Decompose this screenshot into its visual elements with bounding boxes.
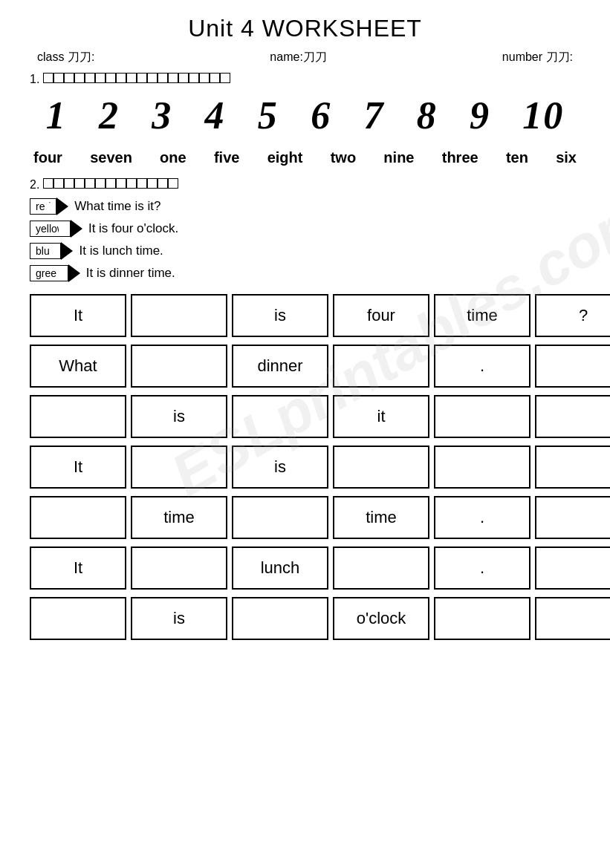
- word-five: five: [214, 149, 239, 166]
- word-card-r5c3: [333, 546, 429, 590]
- word-card-r3c0: It: [30, 446, 126, 489]
- color-item-red: redWhat time is it?: [30, 198, 580, 215]
- word-card-r4c1: time: [131, 496, 227, 539]
- number-7: 7: [363, 94, 384, 137]
- word-card-r6c1: is: [131, 597, 227, 640]
- section2-label: 2.: [30, 178, 580, 192]
- number-9: 9: [470, 94, 490, 137]
- word-three: three: [442, 149, 478, 166]
- page-title: Unit 4 WORKSHEET: [30, 15, 580, 42]
- word-card-r6c2: [232, 597, 328, 640]
- section1-square: [85, 73, 95, 83]
- word-card-r4c3: time: [333, 496, 429, 539]
- word-card-r3c2: is: [232, 446, 328, 489]
- section2-square: [64, 178, 74, 189]
- word-card-r1c2: dinner: [232, 345, 328, 388]
- section1-square: [189, 73, 199, 83]
- section2-square: [53, 178, 64, 189]
- word-six: six: [556, 149, 577, 166]
- section1-square: [220, 73, 230, 83]
- word-card-r0c0: It: [30, 294, 126, 337]
- section2-square: [85, 178, 95, 189]
- word-one: one: [160, 149, 186, 166]
- number-5: 5: [258, 94, 279, 137]
- word-card-r2c5: [535, 395, 610, 438]
- section2-square: [137, 178, 147, 189]
- word-eight: eight: [267, 149, 303, 166]
- section1-square: [74, 73, 85, 83]
- number-8: 8: [417, 94, 438, 137]
- section2-square: [74, 178, 85, 189]
- word-ten: ten: [506, 149, 528, 166]
- color-text-yellow: It is four o'clock.: [88, 221, 178, 236]
- word-card-r6c5: [535, 597, 610, 640]
- word-card-r1c3: [333, 345, 429, 388]
- section1-square: [106, 73, 116, 83]
- number-label: number 刀刀:: [502, 50, 573, 65]
- word-card-r4c5: [535, 496, 610, 539]
- words-row: foursevenonefiveeighttwoninethreetensix: [30, 149, 580, 166]
- color-item-green: greenIt is dinner time.: [30, 264, 580, 282]
- word-nine: nine: [383, 149, 414, 166]
- word-card-r4c4: .: [434, 496, 530, 539]
- section1-square: [147, 73, 158, 83]
- word-card-r0c1: [131, 294, 227, 337]
- section1-square: [210, 73, 220, 83]
- word-card-r6c0: [30, 597, 126, 640]
- word-card-r3c5: [535, 446, 610, 489]
- section1-square: [178, 73, 189, 83]
- number-3: 3: [152, 94, 172, 137]
- section1-square: [64, 73, 74, 83]
- section2-square: [43, 178, 53, 189]
- page-wrapper: ESLprintables.com Unit 4 WORKSHEET class…: [30, 15, 580, 640]
- color-text-red: What time is it?: [74, 199, 160, 214]
- color-item-yellow: yellowIt is four o'clock.: [30, 220, 580, 238]
- word-four: four: [33, 149, 62, 166]
- section1-square: [95, 73, 106, 83]
- section1-label: 1.: [30, 73, 580, 86]
- word-card-r3c3: [333, 446, 429, 489]
- word-card-r6c3: o'clock: [333, 597, 429, 640]
- word-card-r2c0: [30, 395, 126, 438]
- word-card-r3c4: [434, 446, 530, 489]
- section2-square: [158, 178, 168, 189]
- section1-square: [116, 73, 126, 83]
- section1-square: [137, 73, 147, 83]
- word-card-r1c0: What: [30, 345, 126, 388]
- word-card-r1c1: [131, 345, 227, 388]
- word-card-r3c1: [131, 446, 227, 489]
- section1-square: [53, 73, 64, 83]
- color-text-blue: It is lunch time.: [79, 244, 163, 258]
- number-1: 1: [46, 94, 67, 137]
- color-text-green: It is dinner time.: [86, 266, 175, 281]
- word-card-r4c0: [30, 496, 126, 539]
- number-10: 10: [522, 94, 564, 137]
- section2-square: [126, 178, 137, 189]
- number-4: 4: [205, 94, 226, 137]
- word-card-r5c0: It: [30, 546, 126, 590]
- word-card-r2c2: [232, 395, 328, 438]
- section2-square: [168, 178, 178, 189]
- class-label: class 刀刀:: [37, 50, 94, 65]
- section2-squares: [43, 178, 178, 191]
- word-card-r6c4: [434, 597, 530, 640]
- word-card-r0c5: ?: [535, 294, 610, 337]
- color-items: redWhat time is it?yellowIt is four o'cl…: [30, 198, 580, 282]
- section2-square: [116, 178, 126, 189]
- word-card-r0c4: time: [434, 294, 530, 337]
- section1-square: [168, 73, 178, 83]
- section2-square: [147, 178, 158, 189]
- section2-square: [95, 178, 106, 189]
- word-card-r5c2: lunch: [232, 546, 328, 590]
- header-row: class 刀刀: name:刀刀 number 刀刀:: [30, 50, 580, 65]
- word-card-r5c4: .: [434, 546, 530, 590]
- name-label: name:刀刀: [270, 50, 326, 65]
- section1-squares: [43, 73, 230, 85]
- word-card-r5c1: [131, 546, 227, 590]
- section2-square: [106, 178, 116, 189]
- section1-square: [43, 73, 53, 83]
- section1-square: [126, 73, 137, 83]
- cards-grid: Itisfourtime?Whatdinner.isitItistimetime…: [30, 294, 580, 640]
- numbers-row: 12345678910: [30, 94, 580, 137]
- word-two: two: [331, 149, 356, 166]
